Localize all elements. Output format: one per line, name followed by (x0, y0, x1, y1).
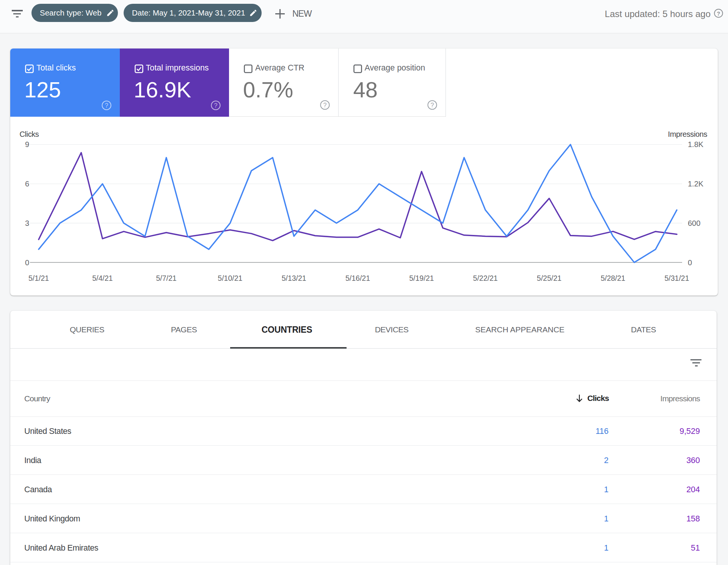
svg-text:5/7/21: 5/7/21 (156, 274, 176, 282)
svg-text:5/19/21: 5/19/21 (409, 274, 434, 282)
svg-text:0: 0 (688, 258, 692, 267)
svg-text:6: 6 (25, 180, 29, 188)
svg-text:9: 9 (25, 140, 29, 149)
svg-text:1.8K: 1.8K (688, 140, 704, 149)
svg-text:0: 0 (25, 258, 29, 267)
svg-text:5/22/21: 5/22/21 (473, 274, 498, 282)
svg-text:Clicks: Clicks (20, 130, 39, 138)
svg-text:?: ? (431, 102, 434, 108)
svg-text:?: ? (717, 11, 720, 17)
svg-text:5/4/21: 5/4/21 (92, 274, 113, 282)
svg-text:5/13/21: 5/13/21 (282, 274, 306, 282)
svg-text:?: ? (214, 102, 218, 109)
svg-text:600: 600 (688, 219, 700, 227)
svg-text:5/1/21: 5/1/21 (28, 274, 49, 282)
svg-text:5/28/21: 5/28/21 (601, 274, 625, 282)
svg-text:?: ? (105, 102, 108, 109)
svg-text:Impressions: Impressions (668, 130, 708, 138)
svg-text:5/10/21: 5/10/21 (218, 274, 242, 282)
svg-text:3: 3 (25, 219, 29, 227)
svg-text:5/31/21: 5/31/21 (664, 274, 689, 282)
svg-text:1.2K: 1.2K (688, 180, 704, 188)
svg-text:5/25/21: 5/25/21 (537, 274, 562, 282)
svg-text:?: ? (323, 102, 326, 108)
svg-text:5/16/21: 5/16/21 (345, 274, 370, 282)
